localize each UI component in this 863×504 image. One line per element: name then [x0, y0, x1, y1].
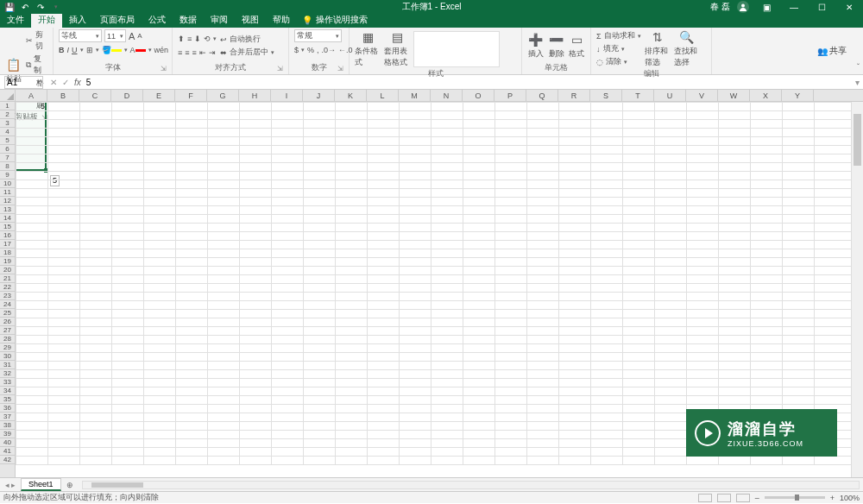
tab-home[interactable]: 开始 [31, 12, 62, 28]
align-left-button[interactable]: ≡ [178, 47, 182, 59]
italic-button[interactable]: I [67, 44, 70, 56]
row-header[interactable]: 21 [0, 274, 15, 283]
fill-color-button[interactable]: 🪣 [102, 44, 122, 56]
column-header[interactable]: D [111, 90, 143, 101]
underline-button[interactable]: U [72, 44, 78, 56]
sheet-next-icon[interactable]: ▸ [11, 481, 16, 489]
tab-layout[interactable]: 页面布局 [93, 12, 142, 28]
align-center-button[interactable]: ≡ [185, 47, 189, 59]
page-break-view-icon[interactable] [736, 494, 750, 502]
row-header[interactable]: 14 [0, 214, 15, 223]
row-header[interactable]: 9 [0, 171, 15, 180]
row-header[interactable]: 28 [0, 335, 15, 343]
font-size-combo[interactable]: 11▾ [104, 29, 126, 42]
row-header[interactable]: 39 [0, 430, 15, 438]
comma-button[interactable]: , [317, 44, 319, 56]
row-header[interactable]: 29 [0, 343, 15, 352]
font-launcher-icon[interactable]: ⇲ [161, 65, 167, 72]
align-bottom-button[interactable]: ⬇ [194, 33, 201, 45]
format-cells-button[interactable]: ▭格式 [568, 32, 585, 60]
row-header[interactable]: 17 [0, 240, 15, 249]
redo-icon[interactable]: ↷ [35, 1, 47, 13]
zoom-out-button[interactable]: – [755, 494, 759, 502]
row-headers[interactable]: 1234567891011121314151617181920212223242… [0, 102, 16, 477]
clear-button[interactable]: ◌清除▾ [596, 56, 641, 67]
collapse-ribbon-icon[interactable]: ˇ [854, 59, 863, 74]
align-middle-button[interactable]: ≡ [187, 33, 192, 45]
row-header[interactable]: 5 [0, 136, 15, 145]
find-select-button[interactable]: 🔍查找和选择 [674, 29, 700, 68]
tab-review[interactable]: 审阅 [204, 12, 235, 28]
row-header[interactable]: 13 [0, 205, 15, 214]
avatar-icon[interactable] [737, 1, 749, 13]
expand-formula-icon[interactable]: ▾ [851, 78, 863, 87]
horizontal-scrollbar[interactable] [82, 481, 860, 489]
new-sheet-button[interactable]: ⊕ [61, 481, 79, 489]
row-header[interactable]: 12 [0, 197, 15, 205]
row-header[interactable]: 25 [0, 309, 15, 318]
row-header[interactable]: 35 [0, 395, 15, 404]
sheet-prev-icon[interactable]: ◂ [5, 481, 9, 489]
enter-formula-icon[interactable]: ✓ [60, 78, 72, 87]
format-table-button[interactable]: ▤套用表格格式 [384, 29, 410, 68]
conditional-format-button[interactable]: ▦条件格式 [355, 29, 381, 68]
row-header[interactable]: 16 [0, 231, 15, 240]
tab-formulas[interactable]: 公式 [142, 12, 173, 28]
select-all-button[interactable] [0, 90, 16, 102]
align-right-button[interactable]: ≡ [192, 47, 197, 59]
row-header[interactable]: 30 [0, 352, 15, 361]
row-header[interactable]: 19 [0, 257, 15, 266]
row-header[interactable]: 15 [0, 223, 15, 231]
increase-indent-button[interactable]: ⇥ [209, 47, 216, 59]
column-header[interactable]: B [47, 90, 79, 101]
minimize-icon[interactable]: — [784, 3, 804, 12]
column-header[interactable]: Y [782, 90, 814, 101]
row-header[interactable]: 8 [0, 162, 15, 171]
column-header[interactable]: M [399, 90, 431, 101]
vscroll-thumb[interactable] [854, 114, 861, 166]
copy-button[interactable]: ⧉复制 [26, 54, 47, 76]
normal-view-icon[interactable] [698, 494, 712, 502]
column-header[interactable]: R [558, 90, 590, 101]
align-launcher-icon[interactable]: ⇲ [277, 65, 283, 72]
align-top-button[interactable]: ⬆ [178, 33, 185, 45]
column-header[interactable]: O [463, 90, 494, 101]
shrink-font-button[interactable]: A [137, 30, 142, 42]
delete-cells-button[interactable]: ➖删除 [548, 32, 565, 60]
account-name[interactable]: 春 磊 [710, 1, 730, 13]
vertical-scrollbar[interactable] [851, 102, 863, 477]
row-header[interactable]: 34 [0, 387, 15, 395]
row-header[interactable]: 33 [0, 378, 15, 387]
undo-icon[interactable]: ↶ [19, 1, 31, 13]
column-headers[interactable]: ABCDEFGHIJKLMNOPQRSTUVWXY [16, 90, 851, 102]
row-header[interactable]: 4 [0, 128, 15, 136]
save-icon[interactable]: 💾 [3, 1, 16, 13]
row-header[interactable]: 36 [0, 404, 15, 413]
row-header[interactable]: 7 [0, 154, 15, 162]
column-header[interactable]: J [303, 90, 335, 101]
percent-button[interactable]: % [307, 44, 314, 56]
column-header[interactable]: F [175, 90, 207, 101]
row-header[interactable]: 23 [0, 292, 15, 300]
row-header[interactable]: 41 [0, 447, 15, 456]
currency-button[interactable]: $ [294, 44, 299, 56]
row-header[interactable]: 27 [0, 326, 15, 335]
column-header[interactable]: G [207, 90, 239, 101]
column-header[interactable]: X [750, 90, 782, 101]
column-header[interactable]: W [718, 90, 750, 101]
maximize-icon[interactable]: ☐ [811, 3, 832, 12]
row-header[interactable]: 42 [0, 456, 15, 464]
font-name-combo[interactable]: 等线▾ [59, 29, 102, 42]
row-header[interactable]: 20 [0, 266, 15, 274]
autosum-button[interactable]: Σ自动求和▾ [596, 30, 641, 41]
column-header[interactable]: A [16, 90, 47, 101]
fx-icon[interactable]: fx [72, 78, 84, 87]
qat-customize-icon[interactable]: ▾ [50, 1, 62, 13]
font-color-button[interactable]: A [130, 44, 146, 56]
column-header[interactable]: E [143, 90, 175, 101]
increase-decimal-button[interactable]: .0→ [322, 44, 337, 56]
zoom-level[interactable]: 100% [840, 494, 860, 502]
column-header[interactable]: V [686, 90, 718, 101]
grow-font-button[interactable]: A [129, 30, 135, 42]
number-format-combo[interactable]: 常规▾ [294, 29, 342, 42]
